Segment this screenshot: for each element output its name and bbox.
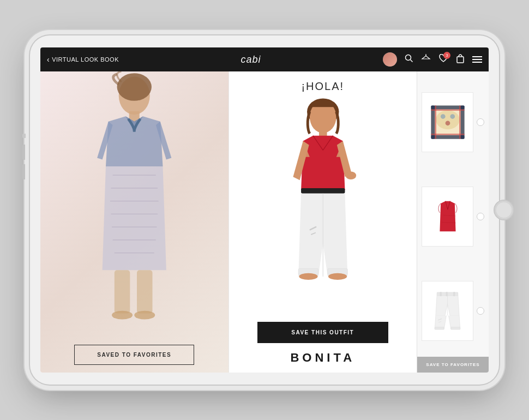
menu-icon[interactable] bbox=[472, 56, 482, 63]
volume-up-button[interactable] bbox=[22, 145, 25, 160]
avatar-button[interactable] bbox=[383, 52, 397, 67]
menu-line-3 bbox=[472, 62, 482, 63]
model-left-svg bbox=[46, 71, 223, 339]
svg-point-0 bbox=[406, 55, 411, 61]
outfit-action-left: SAVED TO FAVORITES bbox=[40, 339, 229, 373]
red-top-radio[interactable] bbox=[477, 213, 484, 220]
svg-point-24 bbox=[440, 114, 445, 119]
svg-point-9 bbox=[112, 311, 133, 320]
red-top-svg bbox=[431, 196, 464, 237]
svg-rect-36 bbox=[440, 292, 442, 296]
svg-rect-16 bbox=[301, 188, 345, 194]
items-panel: SAVE TO FAVORITES bbox=[417, 71, 489, 373]
screen: ‹ VIRTUAL LOOK BOOK cabi bbox=[40, 47, 489, 373]
tablet-frame: ‹ VIRTUAL LOOK BOOK cabi bbox=[30, 35, 499, 385]
scarf-radio[interactable] bbox=[477, 118, 484, 126]
back-arrow-icon: ‹ bbox=[47, 55, 50, 64]
svg-point-5 bbox=[117, 73, 152, 101]
bag-icon[interactable] bbox=[456, 53, 465, 65]
outfit-action-right: SAVE THIS OUTFIT bbox=[229, 316, 417, 351]
list-item bbox=[422, 265, 484, 357]
outfit-model-left bbox=[40, 71, 229, 339]
svg-point-26 bbox=[445, 121, 450, 125]
search-icon[interactable] bbox=[405, 54, 413, 65]
svg-rect-41 bbox=[451, 327, 460, 329]
white-pants-svg bbox=[432, 289, 462, 333]
svg-rect-38 bbox=[453, 292, 455, 296]
scarf-thumbnail[interactable] bbox=[422, 92, 473, 152]
outfit-model-right bbox=[229, 97, 417, 316]
outfits-row: SAVED TO FAVORITES ¡HOLA! bbox=[40, 71, 417, 373]
menu-line-2 bbox=[472, 59, 482, 60]
svg-rect-3 bbox=[457, 57, 464, 63]
svg-point-21 bbox=[328, 273, 346, 280]
hanger-icon[interactable] bbox=[421, 54, 431, 65]
svg-point-10 bbox=[134, 311, 155, 320]
svg-rect-37 bbox=[446, 292, 448, 296]
outfit-card-left: SAVED TO FAVORITES bbox=[40, 71, 229, 373]
user-avatar bbox=[383, 52, 397, 67]
outfit-card-right: ¡HOLA! bbox=[229, 71, 417, 373]
items-list bbox=[417, 71, 489, 357]
brand-logo: cabi bbox=[241, 54, 261, 65]
svg-rect-40 bbox=[435, 327, 444, 329]
svg-rect-33 bbox=[431, 109, 464, 111]
home-button[interactable] bbox=[494, 200, 514, 220]
back-label: VIRTUAL LOOK BOOK bbox=[52, 56, 119, 63]
volume-down-button[interactable] bbox=[22, 164, 25, 179]
outfit-title: ¡HOLA! bbox=[229, 71, 417, 97]
white-pants-radio[interactable] bbox=[477, 307, 484, 315]
navbar: ‹ VIRTUAL LOOK BOOK cabi bbox=[40, 47, 489, 71]
svg-point-25 bbox=[450, 114, 455, 119]
red-top-thumbnail[interactable] bbox=[422, 187, 473, 247]
svg-rect-34 bbox=[431, 134, 464, 135]
save-this-outfit-button[interactable]: SAVE THIS OUTFIT bbox=[257, 322, 388, 343]
white-pants-thumbnail[interactable] bbox=[422, 281, 473, 341]
outfit-subtitle: BONITA bbox=[229, 351, 417, 373]
svg-rect-7 bbox=[115, 270, 130, 313]
nav-icons: 3 bbox=[383, 52, 482, 67]
svg-point-20 bbox=[299, 273, 317, 280]
svg-point-23 bbox=[436, 110, 460, 129]
saved-to-favorites-button[interactable]: SAVED TO FAVORITES bbox=[74, 345, 194, 365]
wishlist-badge: 3 bbox=[443, 52, 450, 59]
avatar-image bbox=[383, 52, 397, 67]
model-right-svg bbox=[235, 97, 412, 316]
svg-line-1 bbox=[411, 60, 413, 62]
save-to-favorites-button[interactable]: SAVE TO FAVORITES bbox=[417, 357, 489, 373]
list-item bbox=[422, 76, 484, 168]
nav-title: cabi bbox=[119, 54, 383, 65]
menu-line-1 bbox=[472, 56, 482, 57]
back-nav[interactable]: ‹ VIRTUAL LOOK BOOK bbox=[47, 55, 119, 64]
wishlist-icon[interactable]: 3 bbox=[438, 54, 448, 65]
lookbook-panel: SAVED TO FAVORITES ¡HOLA! bbox=[40, 71, 417, 373]
content-area: SAVED TO FAVORITES ¡HOLA! bbox=[40, 71, 489, 373]
scarf-svg bbox=[429, 103, 467, 141]
list-item bbox=[422, 170, 484, 262]
svg-point-15 bbox=[345, 171, 356, 179]
svg-rect-8 bbox=[137, 270, 153, 313]
